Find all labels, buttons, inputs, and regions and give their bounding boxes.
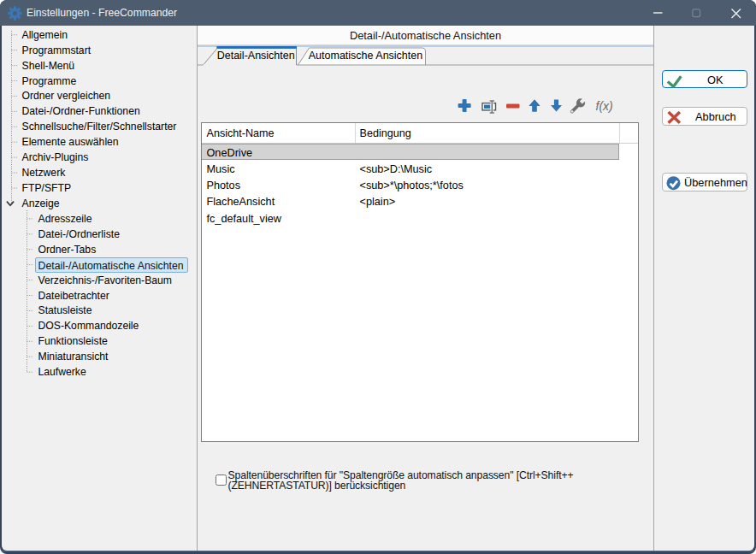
svg-text:Detail-Ansichten: Detail-Ansichten [217,50,295,62]
svg-text:Automatische Ansichten: Automatische Ansichten [309,50,422,62]
svg-text:f(x): f(x) [596,99,613,113]
